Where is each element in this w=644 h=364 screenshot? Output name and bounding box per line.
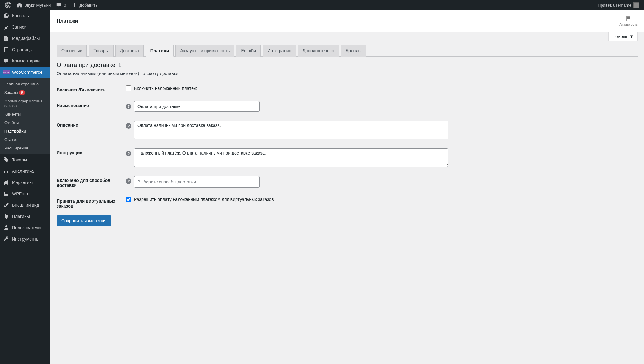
menu-appearance[interactable]: Внешний вид bbox=[0, 199, 50, 211]
help-icon[interactable]: ? bbox=[126, 151, 131, 156]
tab-8[interactable]: Бренды bbox=[341, 45, 366, 57]
admin-bar: Звуки Музыки 0 Добавить Привет, username bbox=[0, 0, 644, 10]
home-icon bbox=[16, 2, 23, 8]
woocommerce-icon: woo bbox=[3, 69, 9, 75]
menu-marketing[interactable]: Маркетинг bbox=[0, 177, 50, 188]
menu-products[interactable]: Товары bbox=[0, 154, 50, 166]
menu-users[interactable]: Пользователи bbox=[0, 222, 50, 233]
enable-checkbox[interactable] bbox=[126, 85, 131, 91]
enable-checkbox-row[interactable]: Включить наложенный платёж bbox=[126, 85, 197, 91]
dashboard-icon bbox=[3, 13, 9, 19]
chevron-down-icon: ▼ bbox=[630, 34, 634, 39]
virtual-checkbox-row[interactable]: Разрешить оплату наложенным платежом для… bbox=[126, 197, 274, 202]
help-icon[interactable]: ? bbox=[126, 178, 131, 184]
enable-label: Включить/Выключить bbox=[57, 85, 126, 92]
menu-plugins[interactable]: Плагины bbox=[0, 211, 50, 222]
wordpress-icon bbox=[5, 2, 11, 8]
tab-3[interactable]: Платежи bbox=[146, 45, 174, 57]
submenu-home[interactable]: Главная страница bbox=[0, 80, 50, 88]
add-new-link[interactable]: Добавить bbox=[69, 0, 100, 10]
submenu-customers[interactable]: Клиенты bbox=[0, 110, 50, 118]
page-icon bbox=[3, 46, 9, 53]
virtual-label: Принять для виртуальных заказов bbox=[57, 197, 126, 209]
menu-wpforms[interactable]: WPForms bbox=[0, 188, 50, 199]
tab-6[interactable]: Интеграция bbox=[263, 45, 296, 57]
chart-icon bbox=[3, 168, 9, 174]
title-input[interactable] bbox=[134, 101, 260, 112]
submenu-checkout[interactable]: Форма оформления заказа bbox=[0, 97, 50, 110]
tag-icon bbox=[3, 157, 9, 163]
instructions-label: Инструкции bbox=[57, 148, 126, 155]
menu-dashboard[interactable]: Консоль bbox=[0, 10, 50, 21]
tab-4[interactable]: Аккаунты и приватность bbox=[175, 45, 234, 57]
tab-5[interactable]: Email'ы bbox=[236, 45, 261, 57]
avatar bbox=[633, 2, 639, 8]
shipping-methods-label: Включено для способов доставки bbox=[57, 176, 126, 188]
menu-comments[interactable]: Комментарии bbox=[0, 55, 50, 67]
add-new-label: Добавить bbox=[80, 3, 97, 8]
woocommerce-submenu: Главная страница Заказы 5 Форма оформлен… bbox=[0, 78, 50, 154]
comment-icon bbox=[3, 58, 9, 64]
submenu-settings[interactable]: Настройки bbox=[0, 127, 50, 135]
submenu-reports[interactable]: Отчёты bbox=[0, 118, 50, 127]
settings-tabs: ОсновныеТоварыДоставкаПлатежиАккаунты и … bbox=[57, 44, 638, 57]
description-label: Описание bbox=[57, 121, 126, 128]
shipping-methods-select[interactable]: Выберите способы доставки bbox=[134, 176, 260, 188]
pin-icon bbox=[3, 24, 9, 30]
section-heading: Оплата при доставке bbox=[57, 62, 115, 68]
wp-logo[interactable] bbox=[3, 0, 14, 10]
help-icon[interactable]: ? bbox=[126, 104, 131, 109]
tab-2[interactable]: Доставка bbox=[115, 45, 144, 57]
plug-icon bbox=[3, 213, 9, 220]
menu-posts[interactable]: Записи bbox=[0, 21, 50, 33]
section-description: Оплата наличными (или иным методом) по ф… bbox=[57, 71, 638, 76]
menu-pages[interactable]: Страницы bbox=[0, 44, 50, 55]
user-greeting[interactable]: Привет, username bbox=[595, 0, 641, 10]
plus-icon bbox=[71, 2, 78, 8]
comment-icon bbox=[56, 2, 62, 8]
description-textarea[interactable] bbox=[134, 121, 448, 139]
virtual-checkbox[interactable] bbox=[126, 197, 131, 202]
site-name-link[interactable]: Звуки Музыки bbox=[14, 0, 53, 10]
back-link-icon[interactable]: ↥ bbox=[118, 62, 122, 68]
save-button[interactable]: Сохранить изменения bbox=[57, 215, 111, 226]
flag-icon bbox=[625, 16, 632, 23]
menu-media[interactable]: Медиафайлы bbox=[0, 33, 50, 44]
orders-badge: 5 bbox=[19, 90, 25, 95]
media-icon bbox=[3, 35, 9, 41]
instructions-textarea[interactable] bbox=[134, 148, 448, 167]
admin-sidebar: Консоль Записи Медиафайлы Страницы Комме… bbox=[0, 10, 50, 364]
submenu-extensions[interactable]: Расширения bbox=[0, 144, 50, 152]
help-icon[interactable]: ? bbox=[126, 123, 131, 129]
greeting-text: Привет, username bbox=[598, 3, 631, 8]
page-header: Платежи Активность bbox=[50, 10, 644, 32]
comments-link[interactable]: 0 bbox=[53, 0, 69, 10]
tab-0[interactable]: Основные bbox=[57, 45, 87, 57]
tab-1[interactable]: Товары bbox=[89, 45, 113, 57]
help-toggle[interactable]: Помощь ▼ bbox=[608, 32, 638, 41]
activity-button[interactable]: Активность bbox=[619, 16, 638, 26]
menu-analytics[interactable]: Аналитика bbox=[0, 166, 50, 177]
title-label: Наименование bbox=[57, 101, 126, 108]
comment-count: 0 bbox=[64, 3, 66, 8]
submenu-orders[interactable]: Заказы 5 bbox=[0, 88, 50, 97]
user-icon bbox=[3, 225, 9, 231]
page-title: Платежи bbox=[57, 18, 78, 24]
menu-woocommerce[interactable]: woo WooCommerce bbox=[0, 67, 50, 78]
form-icon bbox=[3, 191, 9, 197]
wrench-icon bbox=[3, 236, 9, 242]
menu-tools[interactable]: Инструменты bbox=[0, 233, 50, 245]
main-content: Платежи Активность Помощь ▼ ОсновныеТова… bbox=[50, 10, 644, 364]
site-name: Звуки Музыки bbox=[25, 3, 51, 8]
brush-icon bbox=[3, 202, 9, 208]
megaphone-icon bbox=[3, 179, 9, 186]
tab-7[interactable]: Дополнительно bbox=[298, 45, 339, 57]
submenu-status[interactable]: Статус bbox=[0, 135, 50, 144]
